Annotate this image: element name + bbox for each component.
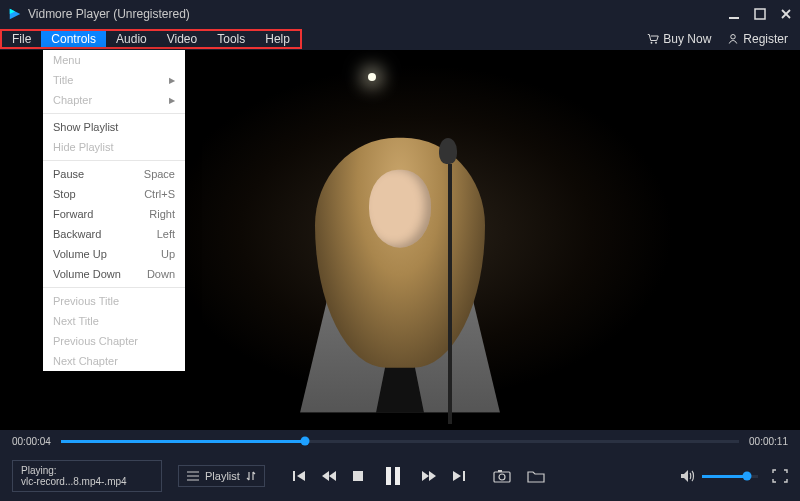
menu-item-label: Next Chapter — [53, 355, 118, 367]
menubar: FileControlsAudioVideoToolsHelp Buy Now … — [0, 28, 800, 50]
menu-item-forward[interactable]: ForwardRight — [43, 204, 185, 224]
now-playing-filename: vlc-record...8.mp4-.mp4 — [21, 476, 153, 487]
svg-marker-19 — [422, 471, 429, 481]
svg-rect-12 — [293, 471, 295, 481]
buy-now-button[interactable]: Buy Now — [647, 32, 711, 46]
menu-item-shortcut: Down — [147, 268, 175, 280]
svg-rect-16 — [353, 471, 363, 481]
menu-item-stop[interactable]: StopCtrl+S — [43, 184, 185, 204]
transport-controls — [291, 462, 467, 490]
maximize-button[interactable] — [754, 8, 766, 20]
menu-item-label: Volume Up — [53, 248, 107, 260]
svg-rect-25 — [498, 470, 502, 472]
volume-control — [680, 469, 758, 483]
stop-button[interactable] — [351, 469, 365, 483]
menu-item-title: Title▶ — [43, 70, 185, 90]
playlist-button[interactable]: Playlist — [178, 465, 265, 487]
app-logo-icon — [8, 7, 22, 21]
svg-marker-14 — [322, 471, 329, 481]
menu-item-next-title: Next Title — [43, 311, 185, 331]
menu-item-label: Volume Down — [53, 268, 121, 280]
menu-item-label: Previous Chapter — [53, 335, 138, 347]
menu-item-menu: Menu — [43, 50, 185, 70]
svg-marker-21 — [453, 471, 461, 481]
menu-controls[interactable]: Controls — [41, 31, 106, 47]
menu-item-show-playlist[interactable]: Show Playlist — [43, 117, 185, 137]
svg-rect-22 — [463, 471, 465, 481]
menu-item-label: Hide Playlist — [53, 141, 114, 153]
menu-item-shortcut: Space — [144, 168, 175, 180]
menu-tools[interactable]: Tools — [207, 31, 255, 47]
snapshot-button[interactable] — [493, 469, 511, 483]
app-title: Vidmore Player (Unregistered) — [28, 7, 728, 21]
pause-button[interactable] — [379, 462, 407, 490]
register-button[interactable]: Register — [727, 32, 788, 46]
menu-separator — [43, 113, 185, 114]
menu-item-label: Previous Title — [53, 295, 119, 307]
svg-marker-15 — [329, 471, 336, 481]
rewind-button[interactable] — [321, 468, 337, 484]
skip-prev-button[interactable] — [291, 468, 307, 484]
fast-forward-button[interactable] — [421, 468, 437, 484]
svg-point-7 — [655, 42, 657, 44]
menu-item-previous-chapter: Previous Chapter — [43, 331, 185, 351]
svg-marker-20 — [429, 471, 436, 481]
register-label: Register — [743, 32, 788, 46]
svg-point-8 — [731, 35, 736, 40]
close-button[interactable] — [780, 8, 792, 20]
menu-item-backward[interactable]: BackwardLeft — [43, 224, 185, 244]
volume-slider[interactable] — [702, 475, 758, 478]
progress-row: 00:00:04 00:00:11 — [0, 430, 800, 452]
menu-item-label: Show Playlist — [53, 121, 118, 133]
menu-item-volume-down[interactable]: Volume DownDown — [43, 264, 185, 284]
svg-rect-2 — [729, 17, 739, 19]
menu-item-label: Chapter — [53, 94, 92, 106]
sort-icon — [246, 471, 256, 481]
menu-item-volume-up[interactable]: Volume UpUp — [43, 244, 185, 264]
menu-item-hide-playlist: Hide Playlist — [43, 137, 185, 157]
menu-item-shortcut: Right — [149, 208, 175, 220]
menu-item-label: Title — [53, 74, 73, 86]
menu-item-shortcut: Left — [157, 228, 175, 240]
chevron-right-icon: ▶ — [169, 76, 175, 85]
playlist-label: Playlist — [205, 470, 240, 482]
minimize-button[interactable] — [728, 8, 740, 20]
titlebar: Vidmore Player (Unregistered) — [0, 0, 800, 28]
speaker-icon[interactable] — [680, 469, 696, 483]
menu-item-label: Backward — [53, 228, 101, 240]
fullscreen-button[interactable] — [772, 469, 788, 483]
open-file-button[interactable] — [527, 469, 545, 483]
svg-point-24 — [499, 474, 505, 480]
person-icon — [727, 33, 739, 45]
controls-dropdown: MenuTitle▶Chapter▶Show PlaylistHide Play… — [43, 50, 185, 371]
menu-item-label: Stop — [53, 188, 76, 200]
menu-item-next-chapter: Next Chapter — [43, 351, 185, 371]
menu-separator — [43, 160, 185, 161]
svg-marker-26 — [681, 470, 688, 482]
menu-item-label: Forward — [53, 208, 93, 220]
svg-marker-13 — [297, 471, 305, 481]
menu-item-chapter: Chapter▶ — [43, 90, 185, 110]
menu-separator — [43, 287, 185, 288]
menu-help[interactable]: Help — [255, 31, 300, 47]
menu-item-pause[interactable]: PauseSpace — [43, 164, 185, 184]
controls-row: Playing: vlc-record...8.mp4-.mp4 Playlis… — [0, 452, 800, 500]
time-total: 00:00:11 — [749, 436, 788, 447]
list-icon — [187, 471, 199, 481]
menu-audio[interactable]: Audio — [106, 31, 157, 47]
svg-point-6 — [651, 42, 653, 44]
menu-item-shortcut: Ctrl+S — [144, 188, 175, 200]
menu-item-label: Next Title — [53, 315, 99, 327]
seek-bar[interactable] — [61, 440, 739, 443]
skip-next-button[interactable] — [451, 468, 467, 484]
time-current: 00:00:04 — [12, 436, 51, 447]
menubar-highlight-box: FileControlsAudioVideoToolsHelp — [0, 29, 302, 49]
svg-rect-3 — [755, 9, 765, 19]
menu-file[interactable]: File — [2, 31, 41, 47]
chevron-right-icon: ▶ — [169, 96, 175, 105]
buy-now-label: Buy Now — [663, 32, 711, 46]
now-playing-label: Playing: — [21, 465, 153, 476]
svg-rect-17 — [386, 467, 391, 485]
menu-item-label: Pause — [53, 168, 84, 180]
menu-video[interactable]: Video — [157, 31, 207, 47]
